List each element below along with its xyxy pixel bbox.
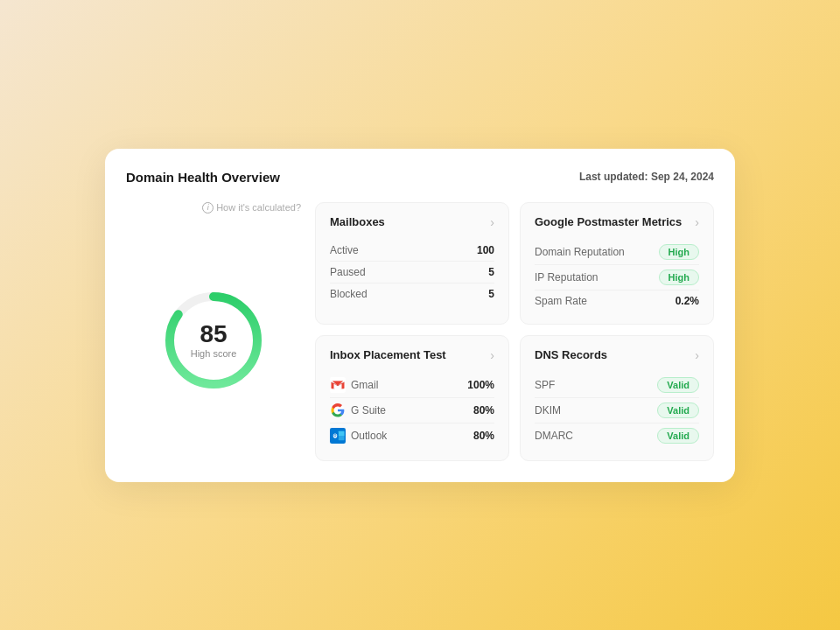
spam-rate-row: Spam Rate 0.2% [535, 290, 699, 312]
mailboxes-panel: Mailboxes › Active 100 Paused 5 Blocked … [315, 202, 509, 325]
gsuite-label-container: G Suite [330, 402, 386, 418]
mailboxes-paused-value: 5 [488, 266, 494, 278]
spf-badge: Valid [657, 377, 699, 393]
ip-reputation-row: IP Reputation High [535, 264, 699, 290]
page-title: Domain Health Overview [126, 170, 280, 185]
gmail-value: 100% [467, 379, 494, 391]
score-panel: i How it's calculated? 85 High [126, 202, 301, 461]
score-donut: 85 High score [161, 288, 266, 393]
domain-reputation-badge: High [659, 244, 699, 260]
dkim-label: DKIM [535, 404, 561, 416]
mailboxes-blocked-value: 5 [488, 288, 494, 300]
score-label: High score [191, 348, 237, 359]
outlook-label-container: O Outlook [330, 428, 387, 444]
dkim-row: DKIM Valid [535, 397, 699, 423]
dkim-badge: Valid [657, 402, 699, 418]
last-updated-label: Last updated: [579, 171, 648, 183]
mailboxes-chevron-icon[interactable]: › [490, 215, 494, 229]
spam-rate-value: 0.2% [676, 295, 699, 307]
domain-health-card: Domain Health Overview Last updated: Sep… [105, 149, 735, 482]
domain-reputation-row: Domain Reputation High [535, 240, 699, 264]
mailboxes-row-blocked: Blocked 5 [330, 283, 494, 304]
google-postmaster-panel: Google Postmaster Metrics › Domain Reput… [520, 202, 714, 325]
gmail-icon [330, 377, 346, 393]
dmarc-label: DMARC [535, 430, 573, 442]
gsuite-row: G Suite 80% [330, 397, 494, 423]
inbox-placement-panel: Inbox Placement Test › [315, 335, 509, 461]
dns-records-panel: DNS Records › SPF Valid DKIM Valid DMARC… [520, 335, 714, 461]
outlook-label: Outlook [351, 430, 387, 442]
dns-records-header: DNS Records › [535, 348, 699, 362]
google-postmaster-title: Google Postmaster Metrics [535, 215, 682, 228]
gsuite-icon [330, 402, 346, 418]
gsuite-label: G Suite [351, 404, 386, 416]
svg-rect-4 [339, 430, 345, 435]
inbox-placement-header: Inbox Placement Test › [330, 348, 494, 362]
dmarc-badge: Valid [657, 428, 699, 444]
mailboxes-row-active: Active 100 [330, 240, 494, 261]
how-calculated-link[interactable]: i How it's calculated? [202, 202, 301, 214]
outlook-icon: O [330, 428, 346, 444]
gsuite-value: 80% [473, 404, 494, 416]
mailboxes-row-paused: Paused 5 [330, 261, 494, 283]
dmarc-row: DMARC Valid [535, 423, 699, 448]
donut-center: 85 High score [191, 322, 237, 359]
spf-row: SPF Valid [535, 373, 699, 397]
last-updated-value: Sep 24, 2024 [651, 171, 714, 183]
outlook-value: 80% [473, 430, 494, 442]
google-postmaster-header: Google Postmaster Metrics › [535, 215, 699, 229]
mailboxes-title: Mailboxes [330, 215, 385, 228]
mailboxes-active-label: Active [330, 244, 359, 256]
google-postmaster-chevron-icon[interactable]: › [695, 215, 699, 229]
last-updated: Last updated: Sep 24, 2024 [579, 171, 714, 183]
domain-reputation-label: Domain Reputation [535, 246, 625, 258]
mailboxes-header: Mailboxes › [330, 215, 494, 229]
ip-reputation-label: IP Reputation [535, 271, 598, 284]
score-number: 85 [191, 322, 237, 346]
gmail-row: Gmail 100% [330, 373, 494, 397]
card-header: Domain Health Overview Last updated: Sep… [126, 170, 714, 185]
dns-records-title: DNS Records [535, 348, 607, 361]
mailboxes-active-value: 100 [477, 244, 494, 256]
ip-reputation-badge: High [659, 270, 699, 285]
mailboxes-blocked-label: Blocked [330, 288, 368, 300]
card-body: i How it's calculated? 85 High [126, 202, 714, 461]
gmail-label: Gmail [351, 379, 378, 391]
panels-grid: Mailboxes › Active 100 Paused 5 Blocked … [315, 202, 714, 461]
spam-rate-label: Spam Rate [535, 295, 587, 307]
outlook-row: O Outlook 80% [330, 423, 494, 448]
inbox-placement-title: Inbox Placement Test [330, 348, 446, 361]
gmail-label-container: Gmail [330, 377, 378, 393]
spf-label: SPF [535, 379, 555, 391]
info-icon: i [202, 202, 214, 214]
svg-text:O: O [334, 433, 337, 437]
mailboxes-paused-label: Paused [330, 266, 366, 278]
inbox-placement-chevron-icon[interactable]: › [490, 348, 494, 362]
dns-records-chevron-icon[interactable]: › [695, 348, 699, 362]
